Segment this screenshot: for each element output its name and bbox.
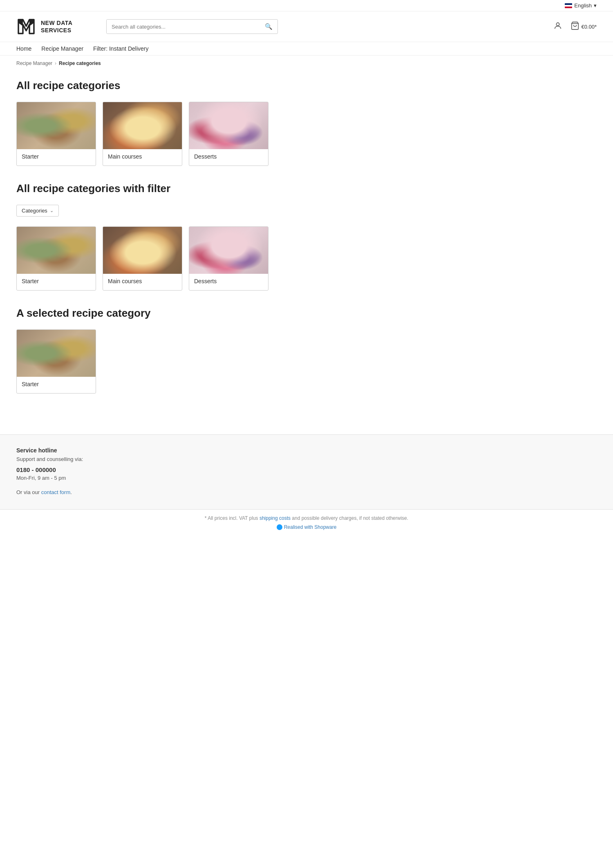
breadcrumb-parent[interactable]: Recipe Manager [16, 60, 52, 66]
category-card[interactable]: Starter [16, 329, 96, 394]
cart-button[interactable]: €0.00* [570, 21, 597, 32]
category-image [189, 102, 268, 149]
nav-item-recipe-manager[interactable]: Recipe Manager [41, 45, 83, 52]
language-selector[interactable]: English ▾ [565, 2, 597, 9]
language-label: English [574, 2, 592, 9]
section2-title: All recipe categories with filter [16, 182, 311, 195]
logo-text: NEW DATA SERVICES [41, 19, 72, 34]
site-header: NEW DATA SERVICES 🔍 €0.00* [0, 11, 613, 42]
logo-svg [16, 16, 37, 37]
category-image [103, 102, 182, 149]
category-image [17, 330, 96, 377]
search-icon: 🔍 [265, 23, 273, 30]
section3-title: A selected recipe category [16, 307, 311, 320]
categories-dropdown[interactable]: Categories ⌄ [16, 205, 59, 217]
category-card[interactable]: Starter [16, 226, 96, 291]
category-image [103, 227, 182, 274]
shopware-logo-icon [277, 524, 282, 530]
search-button[interactable]: 🔍 [260, 20, 277, 34]
footer-support-text: Support and counselling via: [16, 456, 597, 462]
category-card[interactable]: Main courses [103, 226, 182, 291]
dropdown-arrow-icon: ▾ [594, 2, 597, 9]
nav-item-instant-delivery[interactable]: Filter: Instant Delivery [93, 45, 148, 52]
footer-hours: Mon-Fri, 9 am - 5 pm [16, 475, 597, 481]
footer-contact-suffix: . [70, 489, 72, 495]
breadcrumb-current: Recipe categories [59, 60, 101, 66]
category-label: Starter [17, 377, 96, 393]
shipping-costs-link[interactable]: shipping costs [260, 515, 291, 521]
category-label: Main courses [103, 149, 182, 166]
cart-icon [570, 21, 579, 32]
flag-icon [565, 3, 572, 8]
breadcrumb-separator: › [55, 60, 56, 66]
site-logo[interactable]: NEW DATA SERVICES [16, 16, 98, 37]
footer-contact-link[interactable]: contact form [41, 489, 71, 495]
vat-prefix: * All prices incl. VAT plus [205, 515, 260, 521]
language-bar: English ▾ [0, 0, 613, 11]
section1-title: All recipe categories [16, 79, 311, 92]
dropdown-chevron-icon: ⌄ [50, 208, 54, 213]
category-card[interactable]: Desserts [189, 102, 268, 166]
dropdown-label: Categories [22, 208, 47, 214]
section3-grid: Starter [16, 329, 311, 394]
footer-bottom: * All prices incl. VAT plus shipping cos… [0, 509, 613, 537]
category-label: Desserts [189, 149, 268, 166]
category-card[interactable]: Main courses [103, 102, 182, 166]
category-label: Main courses [103, 274, 182, 290]
footer-contact-prefix: Or via our [16, 489, 41, 495]
main-content: All recipe categories StarterMain course… [0, 71, 327, 426]
category-card[interactable]: Starter [16, 102, 96, 166]
category-label: Starter [17, 274, 96, 290]
filter-section: Categories ⌄ [16, 205, 311, 217]
footer-phone: 0180 - 000000 [16, 466, 597, 473]
nav-item-home[interactable]: Home [16, 45, 31, 52]
category-image [17, 102, 96, 149]
category-card[interactable]: Desserts [189, 226, 268, 291]
user-icon [553, 21, 562, 32]
shopware-link[interactable]: Realised with Shopware [277, 524, 337, 530]
shopware-label: Realised with Shopware [284, 524, 337, 530]
footer-vat-note: * All prices incl. VAT plus shipping cos… [16, 515, 597, 521]
vat-suffix: and possible delivery charges, if not st… [291, 515, 408, 521]
category-image [189, 227, 268, 274]
user-account-button[interactable] [553, 21, 562, 32]
section2-grid: StarterMain coursesDesserts [16, 226, 311, 291]
category-label: Desserts [189, 274, 268, 290]
main-nav: Home Recipe Manager Filter: Instant Deli… [0, 42, 613, 56]
footer-contact-line: Or via our contact form. [16, 489, 597, 495]
breadcrumb: Recipe Manager › Recipe categories [0, 56, 613, 71]
header-actions: €0.00* [553, 21, 597, 32]
category-label: Starter [17, 149, 96, 166]
search-bar: 🔍 [106, 19, 278, 34]
section1-grid: StarterMain coursesDesserts [16, 102, 311, 166]
cart-amount: €0.00* [581, 24, 597, 30]
category-image [17, 227, 96, 274]
footer: Service hotline Support and counselling … [0, 434, 613, 537]
search-input[interactable] [107, 20, 260, 34]
footer-hotline-title: Service hotline [16, 447, 597, 454]
svg-point-1 [557, 22, 559, 25]
